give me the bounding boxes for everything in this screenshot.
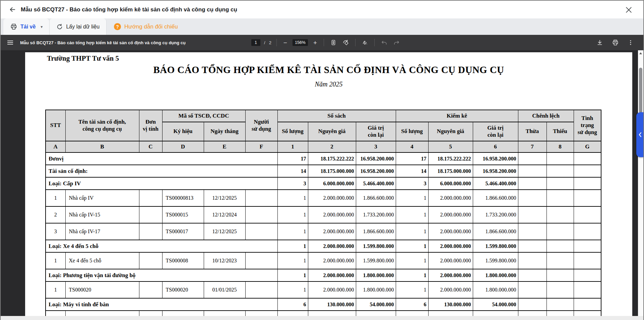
table-row: Loại: Cấp IV36.000.000.0005.466.400.0003…: [46, 177, 601, 190]
table-cell: [546, 298, 574, 311]
col-header-book-qty: Số lượng: [277, 122, 308, 141]
table-cell: 1: [277, 269, 308, 281]
table-cell: 1.599.800.000: [473, 240, 518, 252]
table-cell: 1: [396, 252, 428, 269]
table-cell: [546, 152, 574, 165]
report-title: BÁO CÁO TỔNG HỢP KIỂM KÊ TÀI SẢN CỐ ĐỊNH…: [25, 64, 632, 75]
col-letter: C: [139, 141, 162, 152]
col-letter: G: [574, 141, 601, 152]
table-cell: 17: [396, 152, 428, 165]
report-table: STT Tên tài sản cố định, công cụ dụng cụ…: [45, 110, 601, 316]
table-cell: 1.866.600.000: [473, 190, 518, 206]
table-cell: 14: [396, 165, 428, 177]
table-cell: 3: [396, 177, 428, 190]
table-cell: [277, 311, 308, 316]
table-cell: [139, 252, 162, 269]
table-cell: Loại: Xe 4 đến 5 chỗ: [46, 240, 277, 252]
table-cell: [518, 269, 546, 281]
guide-label: Hướng dẫn đối chiếu: [124, 23, 178, 30]
horizontal-scrollbar[interactable]: [1, 316, 643, 320]
col-letter: 5: [428, 141, 473, 152]
table-cell: [46, 311, 65, 316]
chevron-down-icon[interactable]: ▾: [41, 24, 43, 29]
table-cell: [518, 223, 546, 240]
more-options-button[interactable]: [626, 38, 635, 47]
col-group-inventory: Kiểm kê: [396, 110, 518, 122]
table-cell: 1: [396, 223, 428, 240]
table-cell: 1.733.200.000: [356, 206, 396, 223]
table-cell: [574, 177, 601, 190]
table-cell: 2.000.000.000: [428, 240, 473, 252]
table-cell: TS000017: [162, 223, 204, 240]
table-row: 1TS000020TS00002001/01/202512.000.000.00…: [46, 281, 601, 298]
table-cell: 1: [277, 252, 308, 269]
scroll-up-icon[interactable]: [639, 52, 642, 54]
menu-icon[interactable]: [6, 38, 17, 48]
table-cell: [518, 240, 546, 252]
print-icon: [612, 39, 619, 46]
table-cell: TS000020: [162, 281, 204, 298]
table-cell: 1.866.600.000: [356, 223, 396, 240]
guide-link[interactable]: ? Hướng dẫn đối chiếu: [107, 18, 185, 35]
table-cell: 6.000.000.000: [428, 177, 473, 190]
scrollbar-thumb[interactable]: [639, 68, 642, 113]
table-cell: 18.175.222.222: [428, 152, 473, 165]
table-cell: [546, 206, 574, 223]
table-cell: 2: [46, 206, 65, 223]
pen-squiggle-icon: [362, 39, 368, 46]
table-cell: 1: [277, 223, 308, 240]
col-letter: 1: [277, 141, 308, 152]
table-cell: [518, 190, 546, 206]
redo-button[interactable]: [392, 38, 401, 47]
back-button[interactable]: [7, 4, 18, 15]
table-cell: 1: [396, 281, 428, 298]
print-button[interactable]: [611, 38, 620, 47]
col-letter: 8: [546, 141, 574, 152]
refresh-data-button[interactable]: Lấy lại dữ liệu: [50, 18, 107, 35]
zoom-level-input[interactable]: 156%: [293, 39, 308, 46]
table-cell: Nhà cấp IV-17: [65, 223, 139, 240]
table-cell: 2.000.000.000: [308, 281, 356, 298]
collapse-side-tab[interactable]: [636, 112, 643, 157]
rotate-button[interactable]: [341, 38, 350, 47]
table-cell: TS000015: [162, 206, 204, 223]
annotate-button[interactable]: [361, 38, 369, 47]
table-cell: Tài sản cố định:: [46, 165, 277, 177]
zoom-in-button[interactable]: +: [312, 40, 319, 46]
table-cell: 2.000.000.000: [428, 281, 473, 298]
undo-button[interactable]: [380, 38, 388, 47]
table-cell: 3: [46, 223, 65, 240]
close-button[interactable]: [623, 4, 635, 16]
table-cell: [204, 311, 245, 316]
redo-icon: [393, 40, 400, 46]
table-cell: 1.800.000.000: [356, 269, 396, 281]
table-cell: [396, 311, 428, 316]
download-icon: [596, 39, 603, 46]
table-cell: 18.175.222.222: [308, 152, 356, 165]
table-cell: 16.958.200.000: [356, 165, 396, 177]
download-button[interactable]: Tải về ▾: [3, 18, 50, 35]
fit-page-icon: [330, 40, 336, 46]
col-header-stt: STT: [46, 110, 65, 141]
table-cell: [574, 311, 601, 316]
table-cell: 2.000.000.000: [308, 190, 356, 206]
col-letter: E: [204, 141, 245, 152]
download-pdf-button[interactable]: [595, 38, 604, 47]
table-cell: 2.000.000.000: [308, 269, 356, 281]
page-number-input[interactable]: 1: [251, 39, 260, 46]
table-cell: [546, 311, 574, 316]
table-cell: [574, 206, 601, 223]
table-cell: 2.000.000.000: [428, 252, 473, 269]
zoom-out-button[interactable]: −: [282, 40, 289, 46]
chevron-left-icon: [638, 132, 642, 137]
table-cell: 1.866.600.000: [356, 190, 396, 206]
fit-page-button[interactable]: [329, 38, 338, 47]
table-row: 2Nhà cấp IV-15TS00001512/12/202412.000.0…: [46, 206, 601, 223]
refresh-icon: [56, 23, 63, 30]
vertical-scrollbar[interactable]: [638, 50, 643, 316]
col-letter: D: [162, 141, 204, 152]
table-row: Loại: Xe 4 đến 5 chỗ12.000.000.0001.599.…: [46, 240, 601, 252]
printer-icon: [10, 23, 17, 30]
table-cell: 1.800.000.000: [473, 269, 518, 281]
table-cell: 1.800.000.000: [473, 281, 518, 298]
